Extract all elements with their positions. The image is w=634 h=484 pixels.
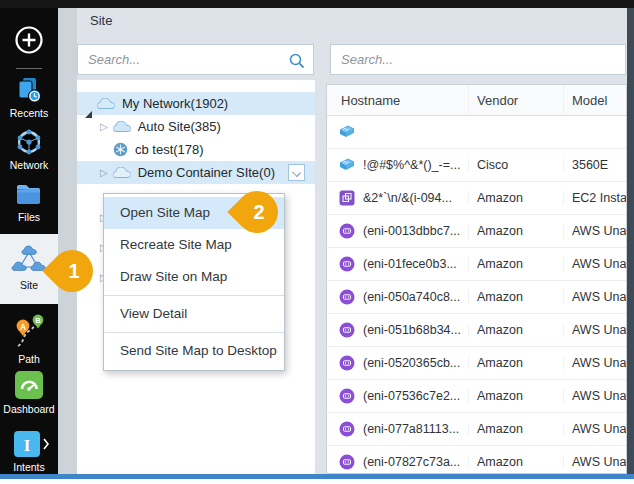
panel-gutter	[58, 8, 77, 474]
menu-item-draw-site-on-map[interactable]: Draw Site on Map	[104, 261, 284, 293]
chevron-down-icon	[292, 168, 301, 177]
vendor-cell: Amazon	[468, 455, 563, 469]
vendor-cell: Amazon	[468, 356, 563, 370]
vendor-cell: Amazon	[468, 290, 563, 304]
tree-node-demo-container-site[interactable]: ▷ Demo Container SIte(0)	[77, 161, 315, 184]
site-search-input[interactable]	[78, 45, 313, 74]
table-row[interactable]: (eni-050a740c8... Amazon AWS Unattached	[327, 281, 626, 314]
right-edge-strip	[627, 8, 634, 474]
sidebar-item-network[interactable]: Network	[0, 128, 58, 176]
model-cell: AWS Unattached	[563, 257, 626, 271]
eni-icon	[339, 355, 355, 371]
model-cell: AWS Unattached	[563, 455, 626, 469]
dashboard-icon	[14, 370, 44, 400]
table-row[interactable]: (eni-0520365cb... Amazon AWS Unattached	[327, 347, 626, 380]
sidebar-item-label: Recents	[0, 107, 58, 119]
device-search-box	[330, 44, 626, 75]
model-cell: AWS Unattached	[563, 422, 626, 436]
column-header-hostname[interactable]: Hostname	[327, 85, 468, 115]
menu-separator	[104, 295, 284, 296]
table-row[interactable]: (eni-0013dbbc7... Amazon AWS Unattached	[327, 215, 626, 248]
expanded-arrow-icon[interactable]	[85, 96, 92, 111]
sidebar-item-label: Intents	[0, 461, 58, 473]
collapsed-arrow-icon[interactable]: ▷	[100, 122, 108, 132]
hostname-cell: (eni-01fece0b3...	[363, 257, 457, 271]
svg-text:I: I	[24, 436, 31, 455]
add-button[interactable]	[0, 20, 58, 64]
table-row[interactable]: (eni-01fece0b3... Amazon AWS Unattached	[327, 248, 626, 281]
sidebar-item-dashboard[interactable]: Dashboard	[0, 370, 58, 422]
menu-item-send-site-map-to-desktop[interactable]: Send Site Map to Desktop	[104, 335, 284, 367]
collapsed-arrow-icon[interactable]: ▷	[100, 168, 108, 178]
sidebar-item-label: Site	[0, 279, 58, 291]
eni-icon	[339, 322, 355, 338]
model-cell: AWS Unattached	[563, 290, 626, 304]
menu-item-view-detail[interactable]: View Detail	[104, 298, 284, 330]
table-row[interactable]: (eni-07536c7e2... Amazon AWS Unattached	[327, 380, 626, 413]
site-panel-title: Site	[90, 13, 112, 28]
vendor-cell: Cisco	[468, 158, 563, 172]
eni-icon	[339, 256, 355, 272]
model-cell: AWS Unattached	[563, 224, 626, 238]
menu-item-recreate-site-map[interactable]: Recreate Site Map	[104, 229, 284, 261]
tree-node-label: cb test(178)	[135, 142, 204, 157]
plus-circle-icon	[13, 24, 45, 56]
intents-icon: I	[9, 430, 49, 458]
badge-number: 2	[236, 191, 282, 233]
table-row[interactable]: !@#$%^&*()_-=... Cisco 3560E	[327, 149, 626, 182]
sidebar-item-intents[interactable]: I Intents	[0, 430, 58, 482]
tree-node-my-network[interactable]: My Network(1902)	[77, 92, 315, 115]
badge-number: 1	[51, 250, 97, 292]
site-search-box	[77, 44, 314, 75]
eni-icon	[339, 289, 355, 305]
device-table: Hostname Vendor Model !@#$%^&*()_-=... C…	[326, 84, 627, 474]
tree-node-label: Demo Container SIte(0)	[138, 165, 275, 180]
sidebar-item-files[interactable]: Files	[0, 182, 58, 230]
vendor-cell: Amazon	[468, 191, 563, 205]
network-icon	[14, 128, 44, 156]
sidebar-item-label: Files	[0, 211, 58, 223]
tree-node-cb-test[interactable]: cb test(178)	[77, 138, 315, 161]
model-cell: AWS Unattached	[563, 356, 626, 370]
search-icon[interactable]	[288, 52, 306, 70]
tree-node-label: Auto Site(385)	[138, 119, 221, 134]
hostname-cell: (eni-051b68b34...	[363, 323, 461, 337]
switch-icon	[339, 157, 355, 173]
vendor-cell: Amazon	[468, 323, 563, 337]
site-actions-dropdown-button[interactable]	[288, 164, 305, 181]
sidebar-item-label: Path	[0, 353, 58, 365]
table-row[interactable]: (eni-051b68b34... Amazon AWS Unattached	[327, 314, 626, 347]
site-cloud-icon	[113, 167, 131, 179]
hostname-cell: (eni-07536c7e2...	[363, 389, 460, 403]
site-sphere-icon	[113, 142, 128, 157]
eni-icon	[339, 421, 355, 437]
svg-text:A: A	[20, 322, 26, 332]
hostname-cell: (eni-07827c73a...	[363, 455, 460, 469]
site-cloud-icon	[113, 121, 131, 133]
table-row[interactable]	[327, 116, 626, 149]
table-row[interactable]: (eni-07827c73a... Amazon AWS Unattached	[327, 446, 626, 474]
tree-node-label: My Network(1902)	[122, 96, 228, 111]
eni-icon	[339, 223, 355, 239]
recents-icon	[15, 76, 43, 104]
sidebar: Recents Network Files	[0, 8, 58, 474]
hostname-cell: (eni-0520365cb...	[363, 356, 460, 370]
table-row[interactable]: (eni-077a81113... Amazon AWS Unattached	[327, 413, 626, 446]
sidebar-item-label: Network	[0, 159, 58, 171]
sidebar-item-recents[interactable]: Recents	[0, 76, 58, 124]
model-cell: AWS Unattached	[563, 389, 626, 403]
hostname-cell: (eni-050a740c8...	[363, 290, 460, 304]
table-row[interactable]: &2*`\n/&(i-094... Amazon EC2 Instance	[327, 182, 626, 215]
device-search-input[interactable]	[331, 45, 625, 74]
annotation-badge-1: 1	[51, 250, 93, 292]
column-header-model[interactable]: Model	[563, 85, 626, 115]
vendor-cell: Amazon	[468, 224, 563, 238]
eni-icon	[339, 388, 355, 404]
menu-separator	[104, 332, 284, 333]
vendor-cell: Amazon	[468, 389, 563, 403]
sidebar-item-path[interactable]: A B Path	[0, 314, 58, 366]
column-header-vendor[interactable]: Vendor	[468, 85, 563, 115]
sidebar-item-label: Dashboard	[0, 403, 58, 415]
tree-node-auto-site[interactable]: ▷ Auto Site(385)	[77, 115, 315, 138]
vendor-cell: Amazon	[468, 257, 563, 271]
